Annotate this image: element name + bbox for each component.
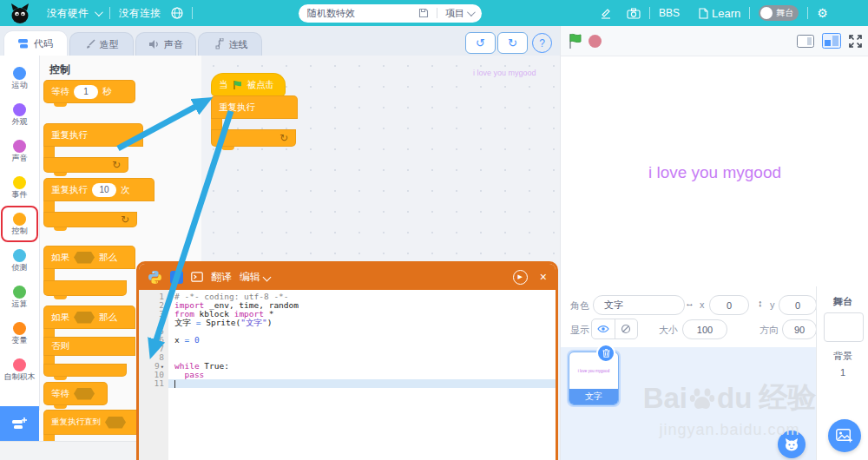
- connection-status[interactable]: 没有连接: [119, 6, 161, 21]
- code-line-11[interactable]: 11: [139, 379, 556, 388]
- motion-label: 运动: [12, 82, 28, 89]
- tab-code[interactable]: 代码: [3, 30, 68, 56]
- direction-input[interactable]: 90: [782, 319, 817, 339]
- project-pill: 随机数特效 项目: [299, 4, 482, 23]
- palette-header: 控制: [49, 62, 70, 77]
- code-line-7[interactable]: 7: [139, 345, 556, 353]
- category-sound[interactable]: 声音: [1, 133, 38, 169]
- category-events[interactable]: 事件: [1, 169, 38, 206]
- redo-button[interactable]: ↻: [497, 32, 528, 54]
- category-myblocks[interactable]: 自制积木: [1, 352, 38, 388]
- run-check-icon[interactable]: ✓: [170, 271, 183, 284]
- category-looks[interactable]: 外观: [1, 96, 38, 133]
- hardware-menu[interactable]: 没有硬件: [47, 6, 101, 21]
- stage-panel[interactable]: 舞台 背景 1: [816, 286, 868, 460]
- variables-label: 变量: [12, 337, 28, 345]
- learn-link[interactable]: Learn: [699, 7, 740, 20]
- stage-toggle[interactable]: 舞台: [759, 5, 799, 21]
- code-text: [168, 327, 556, 336]
- translate-menu[interactable]: 翻译: [211, 270, 232, 285]
- code-text: [168, 345, 556, 353]
- tab-costume[interactable]: 造型: [69, 32, 134, 56]
- block-repeat-times[interactable]: 重复执行10次 ↻: [43, 178, 155, 227]
- hide-eye-button[interactable]: [615, 319, 638, 338]
- y-label: y: [770, 299, 775, 310]
- camera-icon[interactable]: [627, 8, 641, 19]
- block-wait-seconds[interactable]: 等待1秒: [43, 80, 135, 103]
- line-number: 8: [139, 353, 168, 362]
- stage-thumbnail[interactable]: [824, 312, 864, 342]
- stage[interactable]: i love you mygood: [560, 56, 868, 287]
- text-cursor: [174, 380, 175, 388]
- sprite-y-input[interactable]: 0: [779, 295, 817, 315]
- sprite-x-input[interactable]: 0: [709, 295, 749, 315]
- sprite-name-input[interactable]: 文字: [593, 295, 685, 315]
- green-flag-button[interactable]: [568, 32, 585, 50]
- block-wait-until[interactable]: 等待: [43, 382, 108, 405]
- size-label: 大小: [659, 324, 678, 337]
- condition-slot[interactable]: [74, 252, 95, 264]
- edit-pencil-icon[interactable]: [600, 7, 612, 19]
- condition-slot[interactable]: [74, 388, 95, 400]
- edit-menu[interactable]: 编辑: [240, 270, 270, 285]
- condition-slot[interactable]: [74, 312, 95, 324]
- sound-label: 声音: [12, 154, 28, 162]
- settings-gear-icon[interactable]: ⚙: [817, 6, 828, 20]
- script-forever[interactable]: 重复执行 ↻: [211, 95, 298, 147]
- looks-dot: [13, 103, 26, 116]
- code-line-5[interactable]: 5: [139, 327, 556, 336]
- editor-title-bar[interactable]: ✓ 翻译 编辑 ▶ ×: [139, 264, 556, 290]
- category-control[interactable]: 控制: [1, 206, 38, 242]
- save-icon[interactable]: [418, 8, 429, 18]
- trash-icon: [602, 349, 610, 358]
- python-editor-window[interactable]: ✓ 翻译 编辑 ▶ × 1# -*- coding: utf-8 -*-2imp…: [136, 261, 558, 460]
- tab-connect[interactable]: 连线: [198, 32, 262, 56]
- category-operators[interactable]: 运算: [1, 279, 38, 315]
- small-stage-layout-icon[interactable]: [797, 35, 814, 48]
- green-flag-icon: [233, 80, 243, 90]
- code-line-6[interactable]: 6x = 0: [139, 336, 556, 345]
- language-globe-icon[interactable]: [171, 7, 183, 19]
- stop-button[interactable]: [589, 35, 602, 48]
- help-button[interactable]: ?: [532, 33, 552, 53]
- value-oval[interactable]: 10: [92, 183, 116, 197]
- code-text: 文字 = Sprite("文字"): [168, 319, 556, 327]
- block-if-then[interactable]: 如果那么: [43, 246, 135, 296]
- category-sensing[interactable]: 侦测: [1, 242, 38, 279]
- visibility-toggle: [591, 319, 638, 339]
- divider: [437, 8, 437, 18]
- sprite-card-name: 文字: [569, 389, 618, 404]
- value-oval[interactable]: 1: [74, 85, 98, 99]
- add-sprite-button[interactable]: [778, 430, 806, 458]
- block-repeat-until[interactable]: 重复执行直到: [43, 410, 146, 442]
- block-forever[interactable]: 重复执行 ↻: [43, 123, 143, 173]
- condition-slot[interactable]: [105, 417, 126, 429]
- category-motion[interactable]: 运动: [1, 60, 38, 96]
- category-variables[interactable]: 变量: [1, 315, 38, 352]
- stage-sprite-text[interactable]: i love you mygood: [561, 163, 868, 182]
- stage-panel-label: 舞台: [817, 295, 868, 308]
- code-text: while True:: [168, 362, 556, 371]
- size-input[interactable]: 100: [682, 319, 727, 339]
- console-icon[interactable]: [191, 272, 203, 282]
- close-button[interactable]: ×: [540, 270, 547, 284]
- project-menu[interactable]: 项目: [445, 7, 473, 20]
- show-eye-button[interactable]: [592, 319, 615, 338]
- add-backdrop-button[interactable]: [828, 419, 861, 452]
- app-logo-cat-icon[interactable]: [9, 3, 31, 24]
- project-name-input[interactable]: 随机数特效: [307, 7, 418, 20]
- code-line-4[interactable]: 4文字 = Sprite("文字"): [139, 319, 556, 327]
- block-if-then-else[interactable]: 如果那么 否则: [43, 306, 135, 377]
- play-button[interactable]: ▶: [513, 270, 528, 285]
- large-stage-layout-icon[interactable]: [822, 33, 841, 49]
- undo-button[interactable]: ↺: [465, 32, 496, 54]
- code-area[interactable]: 1# -*- coding: utf-8 -*-2import _env, ti…: [139, 290, 556, 460]
- looks-label: 外观: [12, 118, 28, 126]
- delete-sprite-badge[interactable]: [596, 344, 615, 363]
- fullscreen-icon[interactable]: [848, 34, 863, 49]
- tab-sound[interactable]: 声音: [135, 32, 196, 56]
- code-line-10[interactable]: 10 pass: [139, 371, 556, 379]
- add-extension-button[interactable]: [0, 406, 39, 441]
- script-when-flag-clicked[interactable]: 当 被点击: [211, 73, 286, 96]
- bbs-link[interactable]: BBS: [659, 7, 680, 19]
